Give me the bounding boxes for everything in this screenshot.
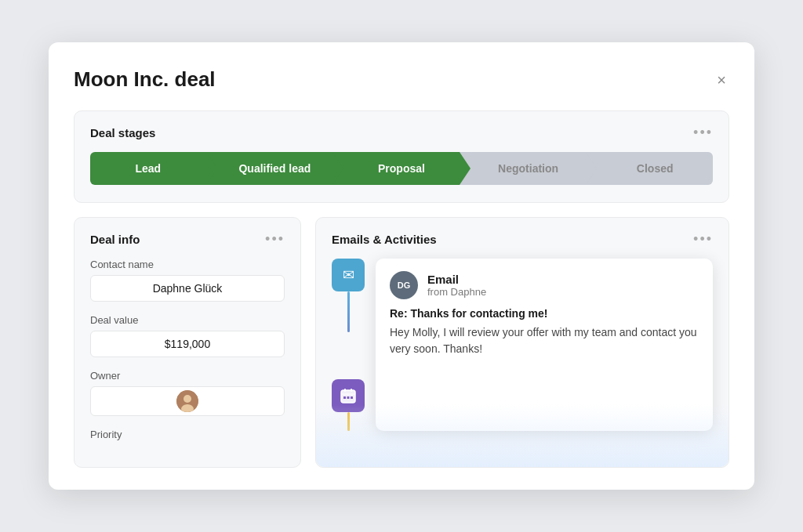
svg-rect-9 xyxy=(347,396,350,399)
priority-label: Priority xyxy=(90,429,285,440)
activities-header: Emails & Activities ••• xyxy=(332,232,713,246)
contact-name-value[interactable]: Daphne Glück xyxy=(90,275,285,302)
email-popup-header: DG Email from Daphne xyxy=(390,271,699,299)
svg-rect-8 xyxy=(343,396,346,399)
owner-avatar xyxy=(176,390,198,412)
deal-value-field: Deal value $119,000 xyxy=(90,314,285,357)
email-popup: DG Email from Daphne Re: Thanks for cont… xyxy=(376,259,713,431)
pipeline-stages: Lead Qualified lead Proposal Negotiation… xyxy=(90,152,713,185)
close-button[interactable]: × xyxy=(714,69,729,91)
deal-info-more-button[interactable]: ••• xyxy=(265,232,285,246)
calendar-icon[interactable] xyxy=(332,379,365,412)
email-meta: Email from Daphne xyxy=(427,273,486,298)
deal-value-label: Deal value xyxy=(90,314,285,326)
email-body: Hey Molly, I will review your offer with… xyxy=(390,324,699,357)
svg-rect-6 xyxy=(351,389,352,392)
stage-closed[interactable]: Closed xyxy=(586,152,713,185)
email-subject: Re: Thanks for contacting me! xyxy=(390,307,699,320)
deal-stages-more-button[interactable]: ••• xyxy=(693,125,713,139)
svg-rect-10 xyxy=(351,396,353,399)
modal-title: Moon Inc. deal xyxy=(74,67,216,92)
owner-label: Owner xyxy=(90,370,285,382)
email-type: Email xyxy=(427,273,486,286)
activities-more-button[interactable]: ••• xyxy=(693,232,713,246)
timeline-line-bottom xyxy=(347,412,350,431)
deal-modal: Moon Inc. deal × Deal stages ••• Lead Qu… xyxy=(49,42,754,490)
timeline-area: ✉ xyxy=(332,259,713,431)
deal-info-card: Deal info ••• Contact name Daphne Glück … xyxy=(74,217,301,468)
svg-rect-5 xyxy=(344,389,346,392)
owner-field: Owner xyxy=(90,370,285,416)
timeline-icons-column: ✉ xyxy=(332,259,365,431)
deal-stages-title: Deal stages xyxy=(90,126,155,139)
stage-lead[interactable]: Lead xyxy=(90,152,206,185)
contact-name-label: Contact name xyxy=(90,259,285,270)
svg-rect-7 xyxy=(341,393,355,395)
svg-point-1 xyxy=(183,395,191,403)
sender-avatar: DG xyxy=(390,271,418,299)
stage-negotiation[interactable]: Negotiation xyxy=(460,152,587,185)
timeline-line-top xyxy=(347,291,350,332)
contact-name-field: Contact name Daphne Glück xyxy=(90,259,285,302)
activities-card: Emails & Activities ••• ✉ xyxy=(315,217,729,468)
bottom-row: Deal info ••• Contact name Daphne Glück … xyxy=(74,217,729,468)
stage-qualified-lead[interactable]: Qualified lead xyxy=(206,152,333,185)
stage-proposal[interactable]: Proposal xyxy=(332,152,460,185)
email-icon[interactable]: ✉ xyxy=(332,259,365,291)
priority-field: Priority xyxy=(90,429,285,440)
email-from: from Daphne xyxy=(427,286,486,298)
deal-stages-header: Deal stages ••• xyxy=(90,125,713,139)
deal-info-header: Deal info ••• xyxy=(90,232,285,246)
modal-header: Moon Inc. deal × xyxy=(74,67,729,92)
owner-value[interactable] xyxy=(90,386,285,416)
deal-value-value[interactable]: $119,000 xyxy=(90,331,285,357)
deal-stages-card: Deal stages ••• Lead Qualified lead Prop… xyxy=(74,110,729,203)
activities-title: Emails & Activities xyxy=(332,233,437,246)
deal-info-title: Deal info xyxy=(90,233,140,246)
